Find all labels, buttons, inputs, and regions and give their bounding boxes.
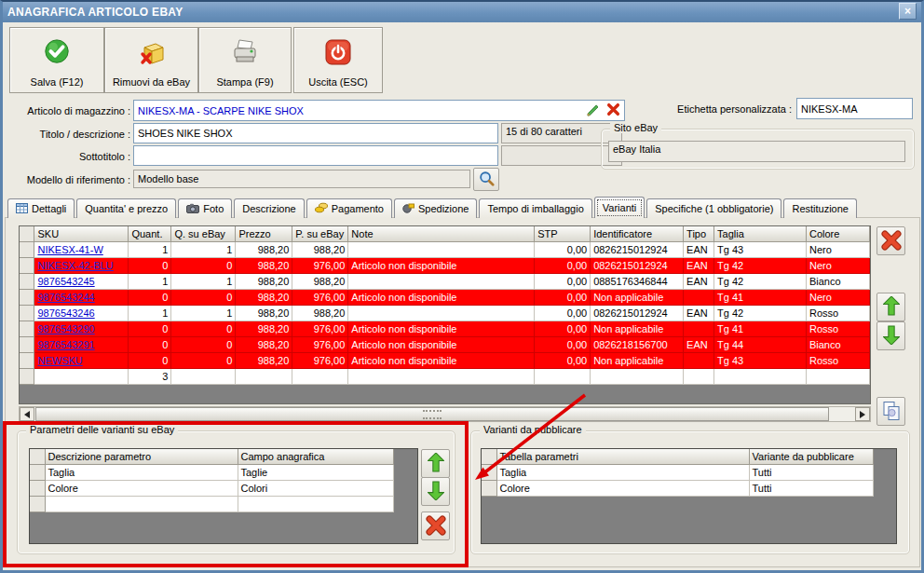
row-selector[interactable] [30,481,45,497]
column-header[interactable]: Tabella parametri [496,449,749,465]
row-selector[interactable] [20,290,34,306]
column-header[interactable]: Quant. [129,226,171,242]
tab-varianti[interactable]: Varianti [594,197,645,218]
row-selector[interactable] [20,258,34,274]
table-row: Taglia Taglie [30,465,393,481]
sku-link[interactable]: NIKESX-41-W [37,244,102,255]
printer-icon [230,28,260,76]
row-selector[interactable] [482,465,496,481]
table-header-row: Tabella parametri Variante da pubblicare [482,449,873,465]
tab-restituzione[interactable]: Restituzione [783,198,857,218]
column-header[interactable]: Prezzo [236,226,292,242]
tab-dettagli[interactable]: Dettagli [7,198,75,218]
coins-icon [315,202,328,215]
sku-link[interactable]: NEWSKU [37,355,82,366]
parameters-table: Descrizione parametro Campo anagrafica T… [29,448,418,544]
delete-x-icon [426,515,446,538]
remove-button-label: Rimuovi da eBay [113,76,190,88]
sku-link[interactable]: 9876543246 [37,307,94,319]
subtitle-input[interactable] [133,145,498,166]
model-search-button[interactable] [473,168,499,191]
variant-parameters-group-title: Parametri delle varianti su eBay [26,424,178,435]
row-selector[interactable] [20,274,34,290]
sku-link[interactable]: 9876543245 [37,276,94,287]
ebay-site-group-title: Sito eBay [610,122,661,133]
tab-specifiche[interactable]: Specifiche (1 obbligatorie) [646,198,781,218]
scroll-left-button[interactable] [20,407,34,421]
table-row: Taglia Tutti [482,465,873,481]
tab-descrizione[interactable]: Descrizione [234,198,304,218]
column-header[interactable]: Note [348,226,535,242]
table-row: NIKESX-42-BLU 0 0 988,20 976,00 Articolo… [20,258,870,274]
table-row: 9876543245 1 1 988,20 988,20 0,00 088517… [20,274,870,290]
param-delete-button[interactable] [421,512,450,540]
arrow-up-icon [428,453,444,474]
close-button[interactable]: × [899,3,917,20]
tab-spedizione[interactable]: Spedizione [394,198,477,218]
clear-article-x-icon[interactable] [606,102,620,118]
save-button[interactable]: Salva (F12) [9,27,104,93]
details-grid-icon [16,203,28,215]
param-move-up-button[interactable] [421,449,450,478]
table-row: 9876543246 1 1 988,20 988,20 0,00 082621… [20,306,870,321]
column-header[interactable]: Q. su eBay [171,226,236,242]
print-button[interactable]: Stampa (F9) [198,27,292,93]
row-selector[interactable] [20,337,34,353]
warehouse-article-label: Articolo di magazzino : [0,105,130,116]
column-header[interactable]: P. su eBay [292,226,348,242]
tab-tempo-di-imballaggio[interactable]: Tempo di imballaggio [479,198,591,218]
exit-button[interactable]: Uscita (ESC) [293,27,383,93]
row-selector[interactable] [20,242,34,258]
tab-quantita-e-prezzo[interactable]: Quantita' e prezzo [76,198,176,218]
title-description-input[interactable] [133,123,498,143]
row-selector[interactable] [20,353,34,369]
column-header[interactable]: Descrizione parametro [45,449,238,465]
publish-table: Tabella parametri Variante da pubblicare… [481,448,897,544]
row-selector[interactable] [30,497,45,512]
search-icon [478,171,495,189]
warehouse-article-input[interactable] [133,100,625,121]
column-header[interactable]: Campo anagrafica [238,449,393,465]
sku-link[interactable]: 9876543244 [37,292,94,303]
edit-pencil-icon[interactable] [585,102,601,120]
delete-x-icon [881,230,902,252]
param-move-down-button[interactable] [421,477,450,506]
scroll-right-icon [860,411,865,418]
custom-label-input[interactable] [796,98,913,119]
row-selector[interactable] [482,481,496,497]
table-row: NEWSKU 0 0 988,20 976,00 Articolo non di… [20,353,870,369]
move-row-up-button[interactable] [876,293,905,321]
scroll-right-button[interactable] [855,407,870,421]
variants-to-publish-group: Varianti da pubblicare Tabella parametri… [470,430,910,554]
delete-variant-button[interactable] [876,226,905,255]
copy-variants-button[interactable] [876,397,905,426]
column-header[interactable]: Tipo [684,226,714,242]
row-selector[interactable] [20,321,34,337]
horizontal-scrollbar[interactable] [19,406,871,422]
column-header[interactable]: SKU [34,226,129,242]
column-header[interactable]: STP [535,226,591,242]
sku-link[interactable]: 9876543290 [37,323,94,334]
column-header[interactable]: Colore [806,226,869,242]
sku-link[interactable]: 9876543291 [37,339,94,350]
move-row-down-button[interactable] [876,321,905,350]
remove-from-ebay-button[interactable]: Rimuovi da eBay [104,27,198,93]
title-description-label: Titolo / descrizione : [0,129,130,140]
column-header[interactable]: Variante da pubblicare [749,449,873,465]
save-button-label: Salva (F12) [31,76,84,88]
scrollbar-thumb[interactable] [35,407,829,421]
variant-parameters-group: Parametri delle varianti su eBay Descriz… [17,430,455,554]
reference-model-label: Modello di riferimento : [0,174,130,185]
column-header[interactable]: Taglia [714,226,807,242]
row-selector[interactable] [30,465,45,481]
column-header[interactable]: Identificatore [591,226,684,242]
sku-link[interactable]: NIKESX-42-BLU [37,260,113,271]
window-title: ANAGRAFICA ARTICOLO EBAY [7,6,183,19]
table-row: Colore Colori [30,481,393,497]
row-selector[interactable] [20,306,34,321]
custom-label-label: Etichetta personalizzata : [652,103,792,115]
total-row: 3 [20,369,870,385]
table-header-row: Descrizione parametro Campo anagrafica [30,449,393,465]
tab-foto[interactable]: Foto [178,198,232,218]
tab-pagamento[interactable]: Pagamento [306,198,392,218]
